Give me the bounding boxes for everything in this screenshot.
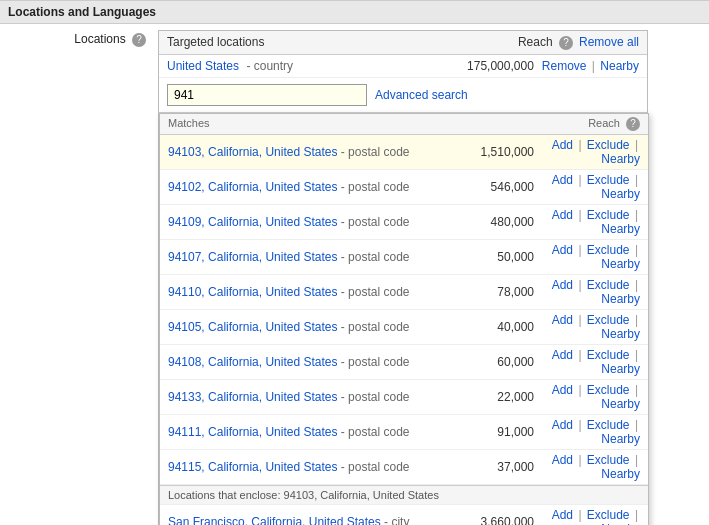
advanced-search-link[interactable]: Advanced search — [375, 88, 468, 102]
targeted-location-row: United States - country 175,000,000 Remo… — [159, 55, 647, 78]
exclude-link[interactable]: Exclude — [587, 208, 630, 222]
exclude-link[interactable]: Exclude — [587, 313, 630, 327]
exclude-link[interactable]: Exclude — [587, 278, 630, 292]
exclude-link[interactable]: Exclude — [587, 173, 630, 187]
add-link[interactable]: Add — [552, 173, 573, 187]
locations-help-icon[interactable]: ? — [132, 33, 146, 47]
nearby-link[interactable]: Nearby — [601, 292, 640, 306]
dropdown-row[interactable]: 94103, California, United States - posta… — [160, 135, 648, 170]
add-link[interactable]: Add — [552, 313, 573, 327]
exclude-link[interactable]: Exclude — [587, 348, 630, 362]
nearby-link[interactable]: Nearby — [601, 257, 640, 271]
exclude-link[interactable]: Exclude — [587, 453, 630, 467]
dropdown-row[interactable]: 94102, California, United States - posta… — [160, 170, 648, 205]
remove-all-link[interactable]: Remove all — [579, 35, 639, 49]
dropdown-row[interactable]: 94111, California, United States - posta… — [160, 415, 648, 450]
exclude-link[interactable]: Exclude — [587, 418, 630, 432]
dropdown-reach-help-icon[interactable]: ? — [626, 117, 640, 131]
dropdown-header: Matches Reach ? — [160, 114, 648, 135]
page-container: Locations and Languages Locations ? Targ… — [0, 0, 709, 525]
nearby-link[interactable]: Nearby — [601, 327, 640, 341]
location-search-input[interactable] — [167, 84, 367, 106]
dropdown-reach-header: Reach ? — [540, 117, 640, 131]
add-link[interactable]: Add — [552, 453, 573, 467]
nearby-link[interactable]: Nearby — [601, 222, 640, 236]
locations-header-right: Reach ? Remove all — [518, 35, 639, 50]
nearby-link[interactable]: Nearby — [601, 397, 640, 411]
dropdown-row-actions: Add | Exclude | Nearby — [540, 138, 640, 166]
add-link[interactable]: Add — [552, 383, 573, 397]
dropdown-row[interactable]: San Francisco, California, United States… — [160, 505, 648, 525]
add-link[interactable]: Add — [552, 138, 573, 152]
add-link[interactable]: Add — [552, 418, 573, 432]
exclude-link[interactable]: Exclude — [587, 243, 630, 257]
dropdown-results: Matches Reach ? 94103, California, Unite… — [159, 113, 649, 525]
remove-link[interactable]: Remove — [542, 59, 587, 73]
locations-box-header: Targeted locations Reach ? Remove all — [159, 31, 647, 55]
nearby-link[interactable]: Nearby — [601, 152, 640, 166]
dropdown-row-reach: 1,510,000 — [454, 145, 534, 159]
dropdown-row[interactable]: 94107, California, United States - posta… — [160, 240, 648, 275]
dropdown-row-name: 94103, California, United States - posta… — [168, 145, 454, 159]
nearby-link[interactable]: Nearby — [601, 432, 640, 446]
reach-header: Reach ? — [518, 35, 573, 50]
dropdown-row[interactable]: 94110, California, United States - posta… — [160, 275, 648, 310]
exclude-link[interactable]: Exclude — [587, 138, 630, 152]
add-link[interactable]: Add — [552, 508, 573, 522]
nearby-link[interactable]: Nearby — [601, 187, 640, 201]
targeted-location-reach: 175,000,000 — [434, 59, 534, 73]
exclude-link[interactable]: Exclude — [587, 383, 630, 397]
nearby-link[interactable]: Nearby — [601, 467, 640, 481]
dropdown-row[interactable]: 94108, California, United States - posta… — [160, 345, 648, 380]
search-area: Advanced search — [159, 78, 647, 113]
add-link[interactable]: Add — [552, 348, 573, 362]
exclude-link[interactable]: Exclude — [587, 508, 630, 522]
add-link[interactable]: Add — [552, 278, 573, 292]
dropdown-matches-header: Matches — [168, 117, 540, 131]
nearby-link[interactable]: Nearby — [601, 362, 640, 376]
targeted-location-name: United States - country — [167, 59, 434, 73]
locations-label: Locations ? — [8, 30, 158, 47]
dropdown-row[interactable]: 94133, California, United States - posta… — [160, 380, 648, 415]
section-header-locations-languages: Locations and Languages — [0, 0, 709, 24]
enclosing-header: Locations that enclose: 94103, Californi… — [160, 485, 648, 505]
targeted-location-actions: Remove | Nearby — [542, 59, 639, 73]
locations-content: Targeted locations Reach ? Remove all Un… — [158, 30, 701, 525]
targeted-locations-title: Targeted locations — [167, 35, 264, 49]
reach-help-icon[interactable]: ? — [559, 36, 573, 50]
dropdown-row[interactable]: 94105, California, United States - posta… — [160, 310, 648, 345]
add-link[interactable]: Add — [552, 208, 573, 222]
locations-row: Locations ? Targeted locations Reach ? R… — [0, 24, 709, 525]
add-link[interactable]: Add — [552, 243, 573, 257]
nearby-link[interactable]: Nearby — [600, 59, 639, 73]
dropdown-row[interactable]: 94115, California, United States - posta… — [160, 450, 648, 485]
dropdown-row[interactable]: 94109, California, United States - posta… — [160, 205, 648, 240]
targeted-locations-box: Targeted locations Reach ? Remove all Un… — [158, 30, 648, 525]
